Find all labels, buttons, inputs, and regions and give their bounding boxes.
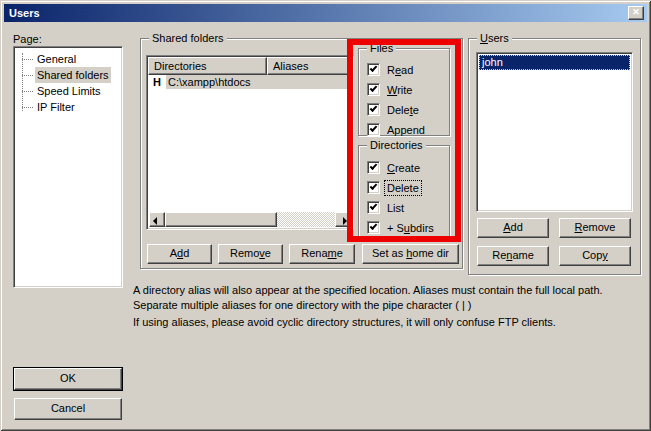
directories-group-label: Directories xyxy=(367,139,426,152)
column-header-label: Aliases xyxy=(273,60,308,72)
page-item-shared-folders[interactable]: Shared folders xyxy=(14,67,122,83)
users-dialog: Users ✕ Page: General Shared folders Spe… xyxy=(0,0,651,431)
cancel-button[interactable]: Cancel xyxy=(14,398,122,420)
check-icon xyxy=(370,104,378,112)
window-title: Users xyxy=(9,7,40,19)
folder-rename-button[interactable]: Rename xyxy=(289,244,355,264)
scroll-right-icon xyxy=(343,217,347,225)
scroll-left-icon xyxy=(153,217,157,225)
list-checkbox[interactable] xyxy=(367,201,380,214)
directory-path[interactable]: C:\xampp\htdocs xyxy=(166,75,351,89)
ok-button[interactable]: OK xyxy=(14,368,122,390)
user-rename-button[interactable]: Rename xyxy=(477,246,549,266)
check-icon xyxy=(370,84,378,92)
home-directory-flag: H xyxy=(149,75,166,89)
user-item-john[interactable]: john xyxy=(479,55,630,70)
read-label[interactable]: Read xyxy=(385,63,415,77)
users-group-label: Users xyxy=(477,32,512,45)
folder-remove-button[interactable]: Remove xyxy=(218,244,283,264)
file-delete-checkbox[interactable] xyxy=(367,103,380,116)
files-permissions-group: Files Read Write Delete Append xyxy=(358,48,450,136)
scroll-right-button[interactable] xyxy=(335,212,351,227)
check-icon xyxy=(370,202,378,210)
files-group-label: Files xyxy=(367,42,396,55)
check-icon xyxy=(370,222,378,230)
append-label[interactable]: Append xyxy=(385,123,427,137)
shared-folders-list: Directories Aliases H C:\xampp\htdocs xyxy=(146,55,354,230)
subdirs-label[interactable]: + Subdirs xyxy=(385,221,436,235)
page-label: Page: xyxy=(13,33,42,45)
list-label[interactable]: List xyxy=(385,201,406,215)
tree-stub xyxy=(22,59,33,60)
read-checkbox[interactable] xyxy=(367,63,380,76)
page-item-ip-filter[interactable]: IP Filter xyxy=(14,99,122,115)
page-item-label[interactable]: IP Filter xyxy=(35,99,77,115)
check-icon xyxy=(370,124,378,132)
title-bar[interactable]: Users ✕ xyxy=(4,4,647,22)
horizontal-scrollbar[interactable] xyxy=(149,212,351,227)
page-item-label[interactable]: General xyxy=(35,51,78,67)
subdirs-checkbox[interactable] xyxy=(367,221,380,234)
file-delete-label[interactable]: Delete xyxy=(385,103,421,117)
page-list: General Shared folders Speed Limits IP F… xyxy=(13,46,123,288)
close-button[interactable]: ✕ xyxy=(628,6,644,20)
tree-stub xyxy=(22,75,33,76)
check-icon xyxy=(370,64,378,72)
append-checkbox[interactable] xyxy=(367,123,380,136)
scroll-left-button[interactable] xyxy=(149,212,165,227)
alias-note-text: A directory alias will also appear at th… xyxy=(133,283,639,312)
users-list: john xyxy=(476,52,633,212)
tree-stub xyxy=(22,91,33,92)
shared-folder-row[interactable]: H C:\xampp\htdocs xyxy=(149,75,351,89)
user-copy-button[interactable]: Copy xyxy=(559,246,631,266)
directories-permissions-group: Directories Create Delete List + Subdirs xyxy=(358,145,450,237)
check-icon xyxy=(370,162,378,170)
user-add-button[interactable]: Add xyxy=(477,218,549,238)
write-checkbox[interactable] xyxy=(367,83,380,96)
tree-stub xyxy=(22,107,33,108)
shared-folders-group-label: Shared folders xyxy=(149,32,227,45)
cyclic-note-text: If using aliases, please avoid cyclic di… xyxy=(133,315,639,330)
dir-delete-label[interactable]: Delete xyxy=(385,181,421,195)
page-item-label[interactable]: Shared folders xyxy=(35,67,111,83)
page-item-label[interactable]: Speed Limits xyxy=(35,83,103,99)
close-icon: ✕ xyxy=(632,7,640,18)
create-label[interactable]: Create xyxy=(385,161,422,175)
page-item-general[interactable]: General xyxy=(14,51,122,67)
column-header-directories[interactable]: Directories xyxy=(148,57,267,75)
page-item-speed-limits[interactable]: Speed Limits xyxy=(14,83,122,99)
column-header-label: Directories xyxy=(154,60,207,72)
check-icon xyxy=(370,182,378,190)
folder-add-button[interactable]: Add xyxy=(147,244,212,264)
user-remove-button[interactable]: Remove xyxy=(559,218,631,238)
create-checkbox[interactable] xyxy=(367,161,380,174)
dir-delete-checkbox[interactable] xyxy=(367,181,380,194)
scrollbar-thumb[interactable] xyxy=(165,212,277,227)
set-as-home-dir-button[interactable]: Set as home dir xyxy=(362,244,459,264)
write-label[interactable]: Write xyxy=(385,83,414,97)
column-header-aliases[interactable]: Aliases xyxy=(267,57,352,75)
